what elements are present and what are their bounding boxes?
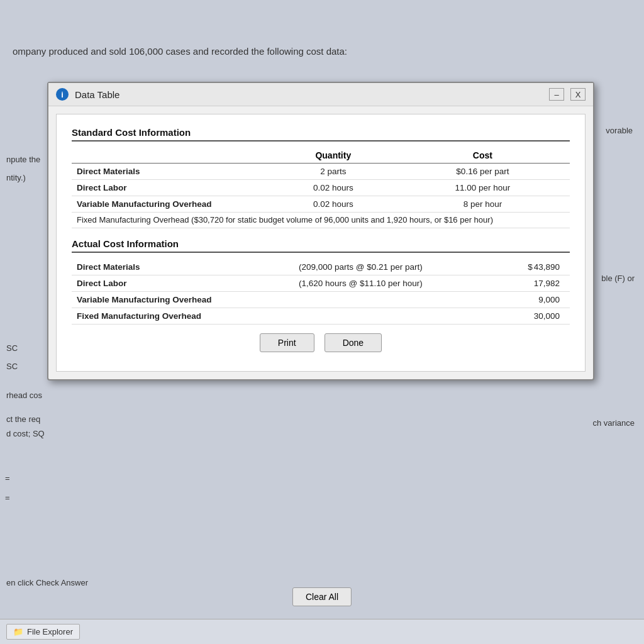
direct-labor-cost: 11.00 per hour — [396, 180, 570, 196]
actual-variable-overhead-detail — [261, 292, 460, 308]
sc-label-1: SC — [6, 340, 18, 358]
actual-direct-labor-detail: (1,620 hours @ $11.10 per hour) — [261, 275, 460, 292]
actual-direct-materials-amount: $43,890 — [460, 259, 570, 275]
actual-direct-materials-label: Direct Materials — [72, 259, 261, 275]
sc-labels: SC SC — [6, 340, 18, 375]
overhead-label: rhead cos — [6, 387, 42, 405]
clear-all-button[interactable]: Clear All — [292, 587, 352, 606]
direct-materials-qty: 2 parts — [271, 164, 396, 180]
clear-all-area: Clear All — [292, 587, 352, 606]
actual-direct-labor-label: Direct Labor — [72, 275, 261, 292]
table-row: Variable Manufacturing Overhead 0.02 hou… — [72, 196, 570, 213]
background-intro-text: ompany produced and sold 106,000 cases a… — [0, 44, 644, 59]
direct-labor-qty: 0.02 hours — [271, 180, 396, 196]
table-row: Direct Materials (209,000 parts @ $0.21 … — [72, 259, 570, 275]
actual-fixed-overhead-amount: 30,000 — [460, 308, 570, 325]
actual-variable-overhead-amount: 9,000 — [460, 292, 570, 308]
standard-table-empty-header — [72, 148, 271, 164]
compute-text: npute the — [6, 151, 40, 169]
standard-cost-table: Quantity Cost Direct Materials 2 parts $… — [72, 148, 570, 228]
standard-table-cost-header: Cost — [396, 148, 570, 164]
table-row: Direct Labor (1,620 hours @ $11.10 per h… — [72, 275, 570, 292]
table-row: Variable Manufacturing Overhead 9,000 — [72, 292, 570, 308]
actual-direct-labor-amount: 17,982 — [460, 275, 570, 292]
standard-table-quantity-header: Quantity — [271, 148, 396, 164]
direct-materials-cost: $0.16 per part — [396, 164, 570, 180]
right-variance-text: ch variance — [593, 418, 635, 428]
side-labels: npute the ntity.) — [6, 151, 40, 187]
dialog-content: Standard Cost Information Quantity Cost … — [56, 114, 586, 372]
fixed-overhead-description: Fixed Manufacturing Overhead ($30,720 fo… — [72, 213, 570, 228]
actual-cost-table: Direct Materials (209,000 parts @ $0.21 … — [72, 259, 570, 325]
actual-fixed-overhead-detail — [261, 308, 460, 325]
dialog-titlebar: i Data Table – X — [48, 83, 593, 106]
actual-variable-overhead-label: Variable Manufacturing Overhead — [72, 292, 261, 308]
check-answer-text: en click Check Answer — [6, 578, 88, 587]
table-row: Fixed Manufacturing Overhead 30,000 — [72, 308, 570, 325]
right-favorable-text: vorable — [606, 126, 633, 135]
req-text: ct the req d cost; SQ — [6, 412, 45, 441]
close-button[interactable]: X — [570, 88, 586, 101]
direct-materials-label: Direct Materials — [72, 164, 271, 180]
variable-mfg-overhead-label: Variable Manufacturing Overhead — [72, 196, 271, 213]
ntity-text: ntity.) — [6, 169, 40, 187]
dialog-title: Data Table — [75, 89, 543, 100]
table-row: Direct Labor 0.02 hours 11.00 per hour — [72, 180, 570, 196]
table-row: Direct Materials 2 parts $0.16 per part — [72, 164, 570, 180]
sc-label-2: SC — [6, 358, 18, 376]
print-button[interactable]: Print — [260, 333, 314, 352]
equate-lines: = = — [5, 469, 10, 508]
right-favorable-f-text: ble (F) or — [601, 274, 635, 283]
variable-mfg-overhead-qty: 0.02 hours — [271, 196, 396, 213]
file-explorer-taskbar-item[interactable]: 📁 File Explorer — [6, 624, 80, 640]
dialog-footer: Print Done — [72, 325, 570, 358]
standard-cost-section-title: Standard Cost Information — [72, 127, 570, 142]
data-table-dialog: i Data Table – X Standard Cost Informati… — [47, 82, 594, 380]
done-button[interactable]: Done — [325, 333, 382, 352]
info-icon: i — [56, 88, 69, 101]
minimize-button[interactable]: – — [549, 88, 564, 101]
actual-cost-section-title: Actual Cost Information — [72, 238, 570, 253]
table-row: Fixed Manufacturing Overhead ($30,720 fo… — [72, 213, 570, 228]
folder-icon: 📁 — [13, 627, 23, 636]
actual-direct-materials-detail: (209,000 parts @ $0.21 per part) — [261, 259, 460, 275]
variable-mfg-overhead-cost: 8 per hour — [396, 196, 570, 213]
taskbar: 📁 File Explorer — [0, 619, 644, 644]
file-explorer-label: File Explorer — [27, 627, 73, 636]
direct-labor-label: Direct Labor — [72, 180, 271, 196]
actual-fixed-overhead-label: Fixed Manufacturing Overhead — [72, 308, 261, 325]
